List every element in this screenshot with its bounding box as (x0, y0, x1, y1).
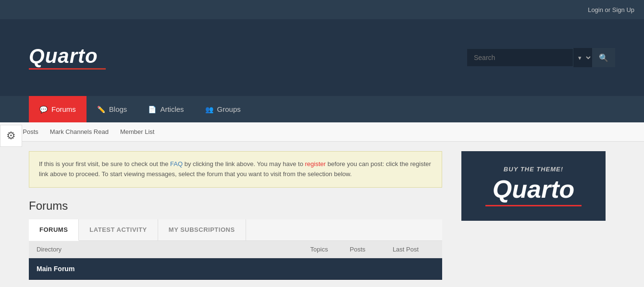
login-signup-link[interactable]: Login or Sign Up (588, 6, 634, 13)
nav-item-articles[interactable]: 📄 Articles (137, 96, 194, 122)
tab-forums[interactable]: FORUMS (29, 219, 79, 241)
col-header-lastpost: Last Post (377, 246, 434, 253)
ad-box: BUY THE THEME! Quarto (461, 151, 606, 221)
breadcrumb-member-list[interactable]: Member List (120, 128, 155, 135)
search-input[interactable] (467, 49, 573, 66)
top-bar: Login or Sign Up (0, 0, 644, 19)
table-header: Directory Topics Posts Last Post (29, 241, 442, 258)
search-button[interactable]: 🔍 (592, 48, 615, 67)
tabs-section: FORUMS LATEST ACTIVITY MY SUBSCRIPTIONS … (29, 219, 442, 280)
register-link[interactable]: register (305, 160, 326, 167)
ad-underline (485, 205, 582, 206)
header: Quarto ▾ 🔍 (0, 19, 644, 96)
search-dropdown[interactable]: ▾ (573, 48, 592, 67)
nav-bar: 💬 Forums ✏️ Blogs 📄 Articles 👥 Groups (0, 96, 644, 122)
tab-my-subscriptions[interactable]: MY SUBSCRIPTIONS (158, 219, 246, 240)
logo-underline (29, 68, 106, 70)
nav-label-forums: Forums (51, 105, 76, 113)
tab-latest-activity[interactable]: LATEST ACTIVITY (79, 219, 158, 240)
gear-sidebar-button[interactable]: ⚙ (0, 125, 22, 147)
faq-link[interactable]: FAQ (170, 160, 183, 167)
nav-label-articles: Articles (160, 105, 184, 113)
logo-wrap: Quarto (29, 46, 106, 70)
articles-icon: 📄 (148, 106, 156, 113)
forums-icon: 💬 (39, 106, 48, 113)
search-wrap: ▾ 🔍 (467, 48, 615, 67)
right-sidebar: BUY THE THEME! Quarto (461, 151, 606, 221)
ad-quarto-label: Quarto (471, 176, 596, 203)
logo-text: Quarto (29, 46, 106, 66)
tabs-header: FORUMS LATEST ACTIVITY MY SUBSCRIPTIONS (29, 219, 442, 241)
nav-label-groups: Groups (217, 105, 241, 113)
notice-box: If this is your first visit, be sure to … (29, 151, 442, 188)
breadcrumb-mark-channels[interactable]: Mark Channels Read (50, 128, 109, 135)
table-row[interactable]: Main Forum (29, 258, 442, 280)
gear-icon: ⚙ (6, 130, 16, 142)
nav-item-blogs[interactable]: ✏️ Blogs (87, 96, 138, 122)
col-header-topics: Topics (300, 246, 338, 253)
main-content: If this is your first visit, be sure to … (29, 142, 606, 287)
content-wrapper: If this is your first visit, be sure to … (0, 142, 644, 287)
left-content: If this is your first visit, be sure to … (29, 142, 452, 280)
ad-buy-label: BUY THE THEME! (471, 166, 596, 173)
forums-heading: Forums (29, 199, 452, 213)
notice-text-before-faq: If this is your first visit, be sure to … (39, 160, 170, 167)
forum-row-label: Main Forum (37, 265, 434, 273)
breadcrumb-bar: Today's Posts Mark Channels Read Member … (0, 122, 644, 142)
groups-icon: 👥 (205, 106, 213, 113)
nav-label-blogs: Blogs (109, 105, 127, 113)
col-header-posts: Posts (338, 246, 377, 253)
blogs-icon: ✏️ (97, 106, 105, 113)
notice-text-after-faq: by clicking the link above. You may have… (183, 160, 305, 167)
nav-item-groups[interactable]: 👥 Groups (195, 96, 251, 122)
nav-item-forums[interactable]: 💬 Forums (29, 96, 87, 122)
col-header-directory: Directory (37, 246, 300, 253)
